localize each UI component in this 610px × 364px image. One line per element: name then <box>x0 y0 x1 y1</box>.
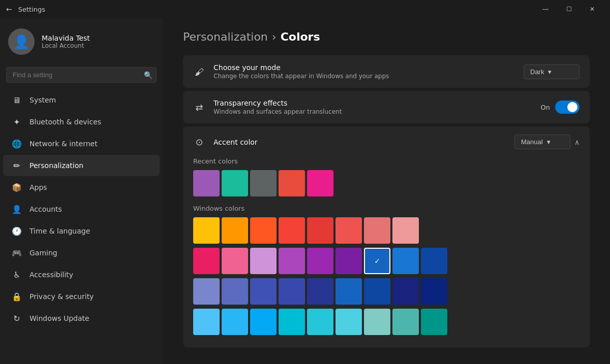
nav-label-system: System <box>29 96 56 104</box>
recent-color-1[interactable] <box>222 170 248 196</box>
minimize-button[interactable]: — <box>534 1 557 17</box>
nav-icon-accounts: 👤 <box>11 204 22 215</box>
windows-color-swatch[interactable] <box>307 217 333 244</box>
windows-color-swatch[interactable] <box>392 248 419 274</box>
transparency-toggle-label: On <box>541 104 550 111</box>
windows-color-swatch[interactable] <box>336 309 362 335</box>
mode-dropdown-chevron: ▾ <box>548 68 552 76</box>
nav-icon-system: 🖥 <box>11 94 22 106</box>
windows-color-swatch[interactable] <box>222 278 248 305</box>
maximize-button[interactable]: ☐ <box>557 1 581 17</box>
mode-desc: Change the colors that appear in Windows… <box>214 73 515 80</box>
nav-icon-privacy: 🔒 <box>11 291 22 302</box>
windows-color-swatch[interactable] <box>336 248 362 274</box>
windows-color-swatch[interactable] <box>279 248 305 274</box>
accent-card: ⊙ Accent color Manual ▾ ∧ Recent colors … <box>183 126 590 347</box>
windows-color-swatch[interactable] <box>421 278 447 305</box>
windows-color-swatch[interactable] <box>193 248 220 274</box>
main-content: Personalization › Colors 🖌 Choose your m… <box>163 18 610 364</box>
sidebar-item-apps[interactable]: 📦Apps <box>3 177 160 198</box>
sidebar-item-time[interactable]: 🕐Time & language <box>3 220 160 242</box>
mode-label: Choose your mode <box>214 63 515 72</box>
windows-color-swatch[interactable] <box>193 278 220 305</box>
search-box: 🔍 <box>6 67 157 83</box>
avatar: 👤 <box>8 28 35 55</box>
sidebar: 👤 Malavida Test Local Account 🔍 🖥System✦… <box>0 18 163 364</box>
windows-color-swatch[interactable] <box>364 217 390 244</box>
accent-dropdown[interactable]: Manual ▾ <box>514 135 570 149</box>
accent-icon: ⊙ <box>193 136 205 148</box>
user-name: Malavida Test <box>42 34 90 42</box>
windows-color-swatch[interactable] <box>392 309 419 335</box>
mode-dropdown[interactable]: Dark ▾ <box>524 64 580 79</box>
recent-colors-label: Recent colors <box>193 157 580 165</box>
breadcrumb-separator: › <box>272 30 277 43</box>
toggle-knob <box>567 102 577 112</box>
sidebar-item-bluetooth[interactable]: ✦Bluetooth & devices <box>3 111 160 133</box>
accent-collapse-button[interactable]: ∧ <box>574 138 580 146</box>
windows-color-swatch[interactable] <box>336 278 362 305</box>
windows-colors-label: Windows colors <box>193 205 580 212</box>
sidebar-item-gaming[interactable]: 🎮Gaming <box>3 242 160 263</box>
windows-colors-grid: ✓ <box>193 217 580 337</box>
sidebar-item-network[interactable]: 🌐Network & internet <box>3 133 160 154</box>
user-sub: Local Account <box>42 42 90 49</box>
sidebar-item-system[interactable]: 🖥System <box>3 89 160 111</box>
recent-color-3[interactable] <box>279 170 305 196</box>
sidebar-item-update[interactable]: ↻Windows Update <box>3 308 160 329</box>
windows-color-swatch[interactable] <box>421 248 447 274</box>
windows-color-swatch[interactable] <box>364 278 390 305</box>
windows-color-swatch[interactable] <box>250 278 277 305</box>
recent-color-2[interactable] <box>250 170 277 196</box>
nav-label-gaming: Gaming <box>29 249 57 257</box>
windows-color-swatch[interactable] <box>222 309 248 335</box>
accent-header[interactable]: ⊙ Accent color Manual ▾ ∧ <box>183 126 590 157</box>
windows-color-swatch[interactable] <box>336 217 362 244</box>
windows-color-swatch[interactable]: ✓ <box>364 248 390 274</box>
windows-color-swatch[interactable] <box>222 248 248 274</box>
windows-color-swatch[interactable] <box>307 278 333 305</box>
back-icon[interactable]: ← <box>6 5 12 13</box>
sidebar-item-privacy[interactable]: 🔒Privacy & security <box>3 286 160 307</box>
nav-label-update: Windows Update <box>29 314 89 322</box>
recent-color-0[interactable] <box>193 170 220 196</box>
nav-icon-time: 🕐 <box>11 225 22 237</box>
search-input[interactable] <box>6 67 157 83</box>
sidebar-item-accessibility[interactable]: ♿Accessibility <box>3 264 160 285</box>
nav-icon-personalization: ✏ <box>11 160 22 171</box>
nav-label-accessibility: Accessibility <box>29 271 73 279</box>
sidebar-item-personalization[interactable]: ✏Personalization <box>3 155 160 176</box>
windows-color-swatch[interactable] <box>364 309 390 335</box>
transparency-desc: Windows and surfaces appear translucent <box>214 108 533 115</box>
sidebar-item-accounts[interactable]: 👤Accounts <box>3 198 160 220</box>
title-bar: ← Settings — ☐ ✕ <box>0 0 610 18</box>
nav-icon-update: ↻ <box>11 313 22 324</box>
nav-icon-apps: 📦 <box>11 182 22 193</box>
windows-color-swatch[interactable] <box>279 217 305 244</box>
windows-color-swatch[interactable] <box>250 309 277 335</box>
close-button[interactable]: ✕ <box>581 1 604 17</box>
windows-color-swatch[interactable] <box>307 309 333 335</box>
windows-color-swatch[interactable] <box>392 217 419 244</box>
windows-color-swatch[interactable] <box>193 217 220 244</box>
windows-color-swatch[interactable] <box>392 278 419 305</box>
nav-label-privacy: Privacy & security <box>29 292 94 301</box>
mode-card: 🖌 Choose your mode Change the colors tha… <box>183 55 590 88</box>
windows-color-swatch[interactable] <box>279 278 305 305</box>
recent-color-4[interactable] <box>307 170 333 196</box>
windows-color-swatch[interactable] <box>193 309 220 335</box>
transparency-toggle[interactable] <box>555 101 580 114</box>
windows-color-swatch[interactable] <box>279 309 305 335</box>
windows-color-swatch[interactable] <box>250 248 277 274</box>
transparency-label: Transparency effects <box>214 99 533 107</box>
search-button[interactable]: 🔍 <box>144 71 152 79</box>
nav-label-network: Network & internet <box>29 140 98 148</box>
windows-color-swatch[interactable] <box>222 217 248 244</box>
nav-label-personalization: Personalization <box>29 161 83 170</box>
windows-color-swatch[interactable] <box>421 309 447 335</box>
breadcrumb-current: Colors <box>281 30 320 43</box>
windows-color-swatch[interactable] <box>307 248 333 274</box>
accent-dropdown-value: Manual <box>521 138 543 146</box>
recent-colors-grid <box>193 170 580 196</box>
windows-color-swatch[interactable] <box>250 217 277 244</box>
